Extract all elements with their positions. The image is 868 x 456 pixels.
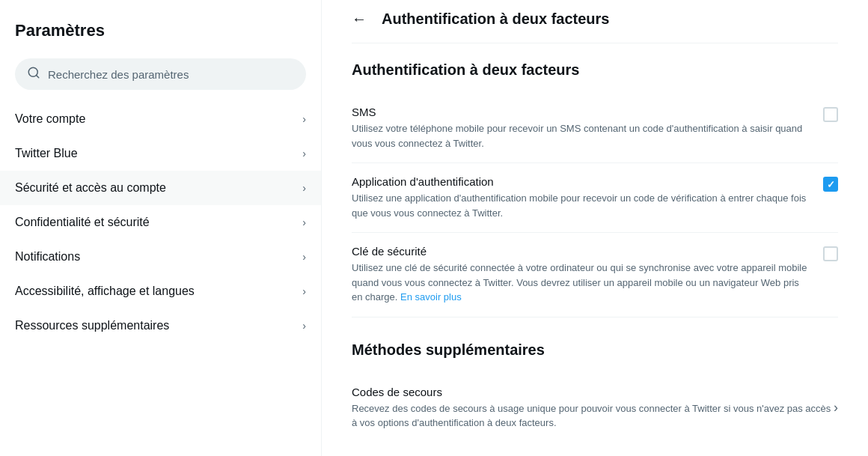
- option-app-auth-title: Application d'authentification: [352, 175, 808, 188]
- methods-section-title: Méthodes supplémentaires: [352, 341, 838, 359]
- search-icon: [27, 66, 40, 82]
- method-codes-secours-content: Codes de secours Recevez des codes de se…: [352, 386, 834, 431]
- sidebar-item-votre-compte[interactable]: Votre compte ›: [0, 102, 321, 136]
- cle-securite-checkbox-container: [823, 246, 838, 261]
- chevron-right-icon: ›: [302, 113, 306, 125]
- sidebar-item-notifications[interactable]: Notifications ›: [0, 240, 321, 274]
- chevron-right-icon: ›: [834, 400, 838, 416]
- option-sms-content: SMS Utilisez votre téléphone mobile pour…: [352, 106, 808, 151]
- app-auth-checkbox-container: [823, 177, 838, 192]
- main-header: ← Authentification à deux facteurs: [352, 0, 838, 43]
- option-cle-securite-description: Utilisez une clé de sécurité connectée à…: [352, 261, 808, 305]
- section-title-2fa: Authentification à deux facteurs: [352, 61, 838, 79]
- sidebar-item-confidentialite-securite[interactable]: Confidentialité et sécurité ›: [0, 205, 321, 240]
- sidebar-title: Paramètres: [0, 15, 321, 52]
- search-input-placeholder: Recherchez des paramètres: [48, 68, 189, 81]
- option-cle-securite: Clé de sécurité Utilisez une clé de sécu…: [352, 233, 838, 317]
- option-sms-title: SMS: [352, 106, 808, 118]
- cle-securite-checkbox[interactable]: [823, 246, 838, 261]
- page-title: Authentification à deux facteurs: [382, 10, 610, 28]
- svg-line-1: [36, 75, 38, 77]
- app-auth-checkbox[interactable]: [823, 177, 838, 192]
- option-cle-securite-title: Clé de sécurité: [352, 245, 808, 258]
- option-sms: SMS Utilisez votre téléphone mobile pour…: [352, 94, 838, 163]
- option-app-auth: Application d'authentification Utilisez …: [352, 163, 838, 233]
- sidebar-item-securite-acces[interactable]: Sécurité et accès au compte ›: [0, 171, 321, 205]
- chevron-right-icon: ›: [302, 216, 306, 228]
- method-codes-secours[interactable]: Codes de secours Recevez des codes de se…: [352, 374, 838, 443]
- method-codes-secours-title: Codes de secours: [352, 386, 834, 398]
- method-codes-secours-description: Recevez des codes de secours à usage uni…: [352, 401, 834, 431]
- option-app-auth-description: Utilisez une application d'authentificat…: [352, 191, 808, 220]
- chevron-right-icon: ›: [302, 320, 306, 332]
- option-cle-securite-content: Clé de sécurité Utilisez une clé de sécu…: [352, 245, 808, 305]
- back-button[interactable]: ←: [352, 10, 367, 28]
- main-content: ← Authentification à deux facteurs Authe…: [322, 0, 868, 456]
- sidebar-nav: Votre compte › Twitter Blue › Sécurité e…: [0, 102, 321, 343]
- en-savoir-plus-link[interactable]: En savoir plus: [400, 291, 462, 303]
- sms-checkbox-container: [823, 107, 838, 122]
- chevron-right-icon: ›: [302, 182, 306, 194]
- option-sms-description: Utilisez votre téléphone mobile pour rec…: [352, 121, 808, 151]
- chevron-right-icon: ›: [302, 251, 306, 263]
- option-app-auth-content: Application d'authentification Utilisez …: [352, 175, 808, 220]
- sidebar-item-twitter-blue[interactable]: Twitter Blue ›: [0, 136, 321, 171]
- search-box[interactable]: Recherchez des paramètres: [15, 58, 306, 90]
- sidebar-item-accessibilite[interactable]: Accessibilité, affichage et langues ›: [0, 274, 321, 308]
- sidebar: Paramètres Recherchez des paramètres Vot…: [0, 0, 322, 456]
- methods-section: Méthodes supplémentaires Codes de secour…: [352, 341, 838, 443]
- chevron-right-icon: ›: [302, 148, 306, 159]
- chevron-right-icon: ›: [302, 285, 306, 297]
- search-container: Recherchez des paramètres: [0, 52, 321, 102]
- sidebar-item-ressources[interactable]: Ressources supplémentaires ›: [0, 308, 321, 343]
- sms-checkbox[interactable]: [823, 107, 838, 122]
